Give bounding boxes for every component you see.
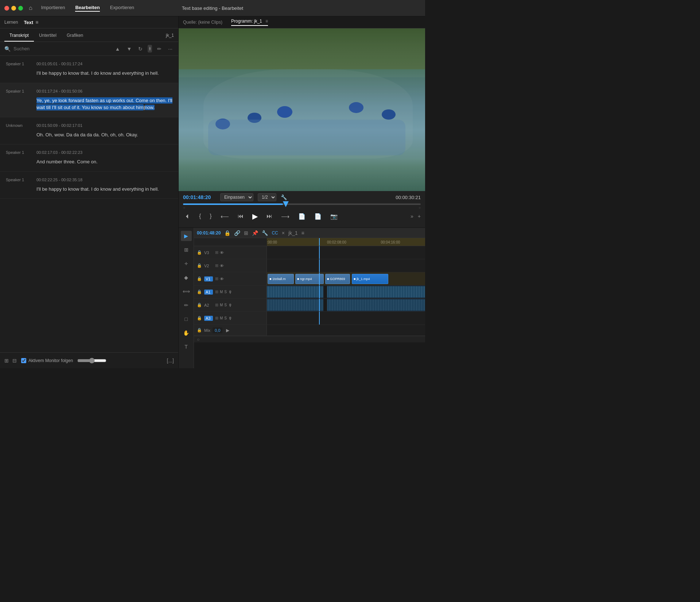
fx-icon-a1[interactable]: ⊞ bbox=[215, 290, 218, 294]
maximize-button[interactable] bbox=[18, 6, 23, 11]
type-tool[interactable]: T bbox=[181, 342, 192, 352]
goto-out-btn[interactable]: ⟶ bbox=[280, 212, 291, 221]
sequence-close[interactable]: × bbox=[282, 230, 285, 236]
grid-icon[interactable]: ⊞ bbox=[4, 358, 9, 364]
transcript-text-4[interactable]: And number three. Come on. bbox=[36, 158, 172, 166]
slip-tool[interactable]: ⟺ bbox=[181, 286, 192, 296]
bracket-in-btn[interactable]: { bbox=[198, 212, 202, 220]
clip-gopr[interactable]: ■ GOPR869 bbox=[325, 274, 350, 284]
track-select-tool[interactable]: ⊞ bbox=[181, 245, 192, 255]
mic-a2[interactable]: 🎙 bbox=[228, 303, 232, 307]
lock-icon-v2[interactable]: 🔒 bbox=[197, 263, 202, 268]
wrench-icon[interactable]: 🔧 bbox=[281, 194, 287, 200]
fx-icon-a2[interactable]: ⊞ bbox=[215, 303, 218, 307]
goto-in-btn[interactable]: ⟵ bbox=[219, 212, 230, 221]
nav-importieren[interactable]: Importieren bbox=[41, 5, 65, 12]
lock-icon-mix[interactable]: 🔒 bbox=[197, 328, 202, 333]
mute-a1[interactable]: M bbox=[220, 290, 223, 294]
edit-icon[interactable]: ✏ bbox=[156, 45, 163, 53]
track-content-v2[interactable] bbox=[267, 259, 425, 272]
tab-transkript[interactable]: Transkript bbox=[4, 31, 34, 42]
mix-arrow[interactable]: ▶ bbox=[226, 328, 229, 333]
add-marker-icon[interactable]: ⊞ bbox=[244, 230, 248, 236]
source-tab[interactable]: Quelle: (keine Clips) bbox=[183, 20, 222, 25]
home-button[interactable]: ⌂ bbox=[29, 5, 32, 11]
pin-icon[interactable]: 📌 bbox=[252, 230, 258, 236]
solo-a1[interactable]: S bbox=[224, 290, 227, 294]
split-icon[interactable]: ⫲ bbox=[148, 45, 152, 53]
tab-untertitel[interactable]: Untertitel bbox=[34, 31, 62, 42]
tab-grafiken[interactable]: Grafiken bbox=[62, 31, 88, 42]
expand-icon[interactable]: » bbox=[411, 213, 413, 219]
lock-icon-a3[interactable]: 🔒 bbox=[197, 316, 202, 321]
overwrite-btn[interactable]: 📄 bbox=[313, 212, 323, 221]
rate-stretch-tool[interactable]: ◆ bbox=[181, 272, 192, 283]
lock-icon-v1[interactable]: 🔒 bbox=[197, 276, 202, 281]
select-tool[interactable]: ▶ bbox=[181, 231, 192, 241]
more-icon[interactable]: ··· bbox=[167, 45, 174, 53]
lock-icon-a2[interactable]: 🔒 bbox=[197, 303, 202, 307]
dots-button[interactable]: [...] bbox=[167, 358, 174, 364]
program-tab[interactable]: Programm: jk_1 ≡ bbox=[231, 19, 268, 26]
fx-icon-v3[interactable]: ⊞ bbox=[215, 250, 218, 255]
current-time[interactable]: 00:01:48:20 bbox=[183, 194, 216, 200]
transcript-text-5[interactable]: I'll be happy to know that. I do know an… bbox=[36, 186, 172, 193]
fx-icon-v2[interactable]: ⊞ bbox=[215, 263, 218, 268]
monitor-follow-input[interactable] bbox=[21, 358, 26, 363]
transcript-text-highlighted[interactable]: Ye, ye, ye look forward fasten as up wor… bbox=[36, 97, 172, 111]
close-button[interactable] bbox=[4, 6, 9, 11]
pen-tool[interactable]: ✏ bbox=[181, 300, 192, 310]
fx-icon-a3[interactable]: ⊞ bbox=[215, 316, 218, 321]
play-btn[interactable]: ▶ bbox=[251, 211, 259, 221]
ripple-tool[interactable]: ✛ bbox=[181, 259, 192, 269]
link-icon[interactable]: 🔗 bbox=[234, 230, 240, 236]
nav-bearbeiten[interactable]: Bearbeiten bbox=[75, 5, 100, 12]
export-frame-btn[interactable]: 📷 bbox=[329, 212, 339, 221]
clip-jk1[interactable]: ■ jk_1.mp4 bbox=[352, 274, 388, 284]
rect-tool[interactable]: □ bbox=[181, 314, 192, 324]
clip-1to9all[interactable]: ■ 1to9all.m bbox=[268, 274, 294, 284]
mute-a2[interactable]: M bbox=[220, 303, 223, 307]
minimize-button[interactable] bbox=[11, 6, 16, 11]
search-input[interactable] bbox=[13, 46, 111, 51]
next-frame-btn[interactable]: ⏭ bbox=[265, 212, 274, 220]
lock-icon-v3[interactable]: 🔒 bbox=[197, 250, 202, 255]
track-content-a1[interactable] bbox=[267, 286, 425, 298]
scrubber-bar[interactable] bbox=[183, 203, 421, 205]
refresh-icon[interactable]: ↻ bbox=[137, 45, 144, 53]
fit-dropdown[interactable]: Einpassen bbox=[220, 193, 253, 201]
track-content-v3[interactable] bbox=[267, 246, 425, 259]
add-icon[interactable]: + bbox=[418, 213, 421, 219]
lock-icon-a1[interactable]: 🔒 bbox=[197, 290, 202, 294]
track-content-a2[interactable] bbox=[267, 299, 425, 311]
tl-time-display[interactable]: 00:01:48:20 bbox=[197, 230, 221, 236]
quality-dropdown[interactable]: 1/2 bbox=[258, 193, 276, 201]
fx-icon-v1[interactable]: ⊞ bbox=[215, 276, 218, 281]
mic-a1[interactable]: 🎙 bbox=[228, 290, 232, 294]
hand-tool[interactable]: ✋ bbox=[181, 328, 192, 338]
mark-in-btn[interactable]: ⏴ bbox=[183, 212, 192, 220]
solo-a2[interactable]: S bbox=[224, 303, 227, 307]
track-content-a3[interactable] bbox=[267, 312, 425, 325]
mix-value[interactable]: 0,0 bbox=[213, 327, 222, 333]
eye-icon-v1[interactable]: 👁 bbox=[220, 277, 224, 281]
ruler-scale[interactable]: :00:00 00:02:08:00 00:04:16:00 bbox=[267, 238, 425, 246]
mute-a3[interactable]: M bbox=[220, 316, 223, 320]
transcript-text[interactable]: I'll be happy to know that. I do know an… bbox=[36, 70, 172, 77]
eye-icon-v3[interactable]: 👁 bbox=[220, 250, 224, 255]
monitor-follow-checkbox[interactable]: Aktivem Monitor folgen bbox=[21, 358, 73, 363]
nav-exportieren[interactable]: Exportieren bbox=[110, 5, 134, 12]
zoom-slider[interactable] bbox=[77, 358, 106, 364]
nav-up-icon[interactable]: ▲ bbox=[114, 45, 122, 53]
settings-icon[interactable]: 🔧 bbox=[262, 230, 268, 236]
cc-icon[interactable]: CC bbox=[272, 230, 278, 236]
track-content-v1[interactable]: ■ 1to9all.m ■ ngr.mp4 ■ GOPR869 ■ jk_1.m… bbox=[267, 272, 425, 285]
bracket-out-btn[interactable]: } bbox=[208, 212, 213, 220]
eye-icon-v2[interactable]: 👁 bbox=[220, 264, 224, 268]
insert-btn[interactable]: 📄 bbox=[297, 212, 307, 221]
prev-frame-btn[interactable]: ⏮ bbox=[236, 212, 245, 220]
clip-ngr[interactable]: ■ ngr.mp4 bbox=[295, 274, 324, 284]
mic-a3[interactable]: 🎙 bbox=[228, 316, 232, 321]
snap-icon[interactable]: 🔒 bbox=[224, 230, 230, 236]
lernen-label[interactable]: Lernen bbox=[4, 20, 18, 25]
